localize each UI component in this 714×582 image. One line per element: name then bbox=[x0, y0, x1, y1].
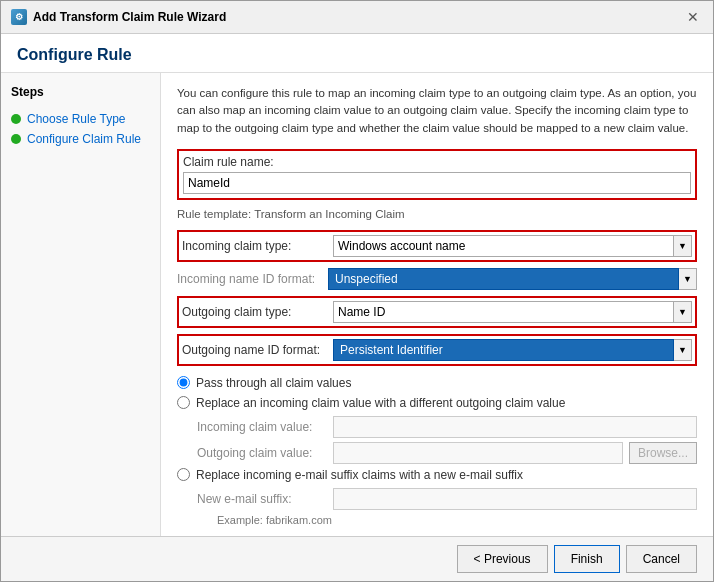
incoming-claim-type-select[interactable]: Windows account name bbox=[333, 235, 674, 257]
sidebar-link-configure-rule[interactable]: Configure Claim Rule bbox=[27, 132, 141, 146]
incoming-name-id-format-wrapper: Unspecified ▼ bbox=[328, 268, 697, 290]
incoming-claim-value-label: Incoming claim value: bbox=[197, 420, 327, 434]
new-email-suffix-row: New e-mail suffix: bbox=[197, 488, 697, 510]
radio-replace-email-label[interactable]: Replace incoming e-mail suffix claims wi… bbox=[196, 468, 523, 482]
step-dot-configure bbox=[11, 134, 21, 144]
sidebar-item-configure-rule[interactable]: Configure Claim Rule bbox=[11, 129, 150, 149]
example-text: Example: fabrikam.com bbox=[217, 514, 697, 526]
radio-pass-through-input[interactable] bbox=[177, 376, 190, 389]
incoming-claim-type-wrapper: Windows account name ▼ bbox=[333, 235, 692, 257]
outgoing-name-id-format-value-display: Persistent Identifier bbox=[333, 339, 674, 361]
rule-template-label: Rule template: Transform an Incoming Cla… bbox=[177, 208, 697, 220]
claim-rule-name-label: Claim rule name: bbox=[183, 155, 691, 169]
outgoing-claim-type-row: Outgoing claim type: Name ID ▼ bbox=[177, 296, 697, 328]
outgoing-claim-value-label: Outgoing claim value: bbox=[197, 446, 327, 460]
content-area: Steps Choose Rule Type Configure Claim R… bbox=[1, 73, 713, 536]
title-bar-left: ⚙ Add Transform Claim Rule Wizard bbox=[11, 9, 226, 25]
wizard-window: ⚙ Add Transform Claim Rule Wizard ✕ Conf… bbox=[0, 0, 714, 582]
radio-pass-through: Pass through all claim values bbox=[177, 376, 697, 390]
replace-email-fields: New e-mail suffix: Example: fabrikam.com bbox=[197, 488, 697, 526]
claim-rule-name-group: Claim rule name: bbox=[177, 149, 697, 200]
radio-group: Pass through all claim values Replace an… bbox=[177, 376, 697, 526]
wizard-icon: ⚙ bbox=[11, 9, 27, 25]
page-title: Configure Rule bbox=[1, 34, 713, 73]
outgoing-claim-value-row: Outgoing claim value: Browse... bbox=[197, 442, 697, 464]
radio-replace-value-input[interactable] bbox=[177, 396, 190, 409]
replace-value-fields: Incoming claim value: Outgoing claim val… bbox=[197, 416, 697, 464]
outgoing-claim-type-select[interactable]: Name ID bbox=[333, 301, 674, 323]
outgoing-name-id-format-arrow[interactable]: ▼ bbox=[674, 339, 692, 361]
outgoing-name-id-format-label: Outgoing name ID format: bbox=[182, 343, 327, 357]
sidebar-item-choose-type[interactable]: Choose Rule Type bbox=[11, 109, 150, 129]
incoming-name-id-format-label: Incoming name ID format: bbox=[177, 272, 322, 286]
browse-button[interactable]: Browse... bbox=[629, 442, 697, 464]
new-email-suffix-label: New e-mail suffix: bbox=[197, 492, 327, 506]
incoming-claim-value-row: Incoming claim value: bbox=[197, 416, 697, 438]
close-button[interactable]: ✕ bbox=[683, 7, 703, 27]
outgoing-claim-type-wrapper: Name ID ▼ bbox=[333, 301, 692, 323]
main-content: You can configure this rule to map an in… bbox=[161, 73, 713, 536]
incoming-name-id-format-value: Unspecified bbox=[328, 268, 679, 290]
incoming-name-id-format-row: Incoming name ID format: Unspecified ▼ bbox=[177, 268, 697, 290]
step-dot-choose bbox=[11, 114, 21, 124]
incoming-claim-value-input bbox=[333, 416, 697, 438]
outgoing-name-id-format-row: Outgoing name ID format: Persistent Iden… bbox=[177, 334, 697, 366]
previous-button[interactable]: < Previous bbox=[457, 545, 548, 573]
window-title: Add Transform Claim Rule Wizard bbox=[33, 10, 226, 24]
outgoing-name-id-format-wrapper: Persistent Identifier ▼ bbox=[333, 339, 692, 361]
outgoing-claim-value-input bbox=[333, 442, 623, 464]
sidebar: Steps Choose Rule Type Configure Claim R… bbox=[1, 73, 161, 536]
sidebar-heading: Steps bbox=[11, 85, 150, 99]
footer: < Previous Finish Cancel bbox=[1, 536, 713, 581]
incoming-name-id-format-arrow[interactable]: ▼ bbox=[679, 268, 697, 290]
description-text: You can configure this rule to map an in… bbox=[177, 85, 697, 137]
sidebar-link-choose-type[interactable]: Choose Rule Type bbox=[27, 112, 126, 126]
outgoing-claim-type-label: Outgoing claim type: bbox=[182, 305, 327, 319]
claim-rule-name-input[interactable] bbox=[183, 172, 691, 194]
incoming-claim-type-row: Incoming claim type: Windows account nam… bbox=[177, 230, 697, 262]
cancel-button[interactable]: Cancel bbox=[626, 545, 697, 573]
radio-replace-email: Replace incoming e-mail suffix claims wi… bbox=[177, 468, 697, 482]
radio-pass-through-label[interactable]: Pass through all claim values bbox=[196, 376, 351, 390]
incoming-claim-type-arrow[interactable]: ▼ bbox=[674, 235, 692, 257]
new-email-suffix-input bbox=[333, 488, 697, 510]
radio-replace-email-input[interactable] bbox=[177, 468, 190, 481]
radio-replace-value: Replace an incoming claim value with a d… bbox=[177, 396, 697, 410]
finish-button[interactable]: Finish bbox=[554, 545, 620, 573]
title-bar: ⚙ Add Transform Claim Rule Wizard ✕ bbox=[1, 1, 713, 34]
outgoing-claim-type-arrow[interactable]: ▼ bbox=[674, 301, 692, 323]
radio-replace-value-label[interactable]: Replace an incoming claim value with a d… bbox=[196, 396, 565, 410]
incoming-claim-type-label: Incoming claim type: bbox=[182, 239, 327, 253]
